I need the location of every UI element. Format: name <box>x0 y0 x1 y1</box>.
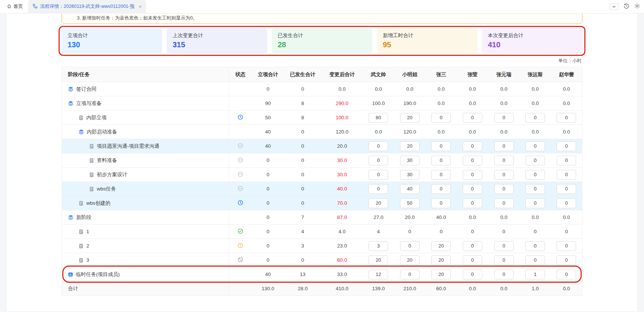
close-icon[interactable]: × <box>139 4 142 9</box>
hours-input[interactable] <box>431 255 451 265</box>
task-name: 资料准备 <box>97 157 117 164</box>
hours-input[interactable] <box>463 255 482 265</box>
approved-total-cell: 0 <box>252 82 284 96</box>
hours-input[interactable] <box>557 198 576 208</box>
table-row: 临时任务(项目成员)401333.0 <box>62 267 582 282</box>
tab-process-detail[interactable]: 流程详情：20260119-武文帅-wws0112001-预 × <box>28 0 146 14</box>
hours-input[interactable] <box>525 113 545 123</box>
member-hours-cell <box>426 111 457 125</box>
hours-input[interactable] <box>400 241 420 251</box>
hours-input[interactable] <box>369 198 388 208</box>
member-hours-cell <box>551 139 582 153</box>
hours-input[interactable] <box>369 156 388 165</box>
hours-input[interactable] <box>494 184 514 194</box>
hours-input[interactable] <box>400 156 420 165</box>
occurred-total-cell: 8 <box>284 96 322 111</box>
hours-input[interactable] <box>525 255 545 265</box>
column-header-5: 变更后合计 <box>322 67 363 82</box>
member-hours-cell <box>551 153 582 168</box>
member-hours-cell <box>457 182 488 196</box>
hours-input[interactable] <box>431 113 451 123</box>
hours-input[interactable] <box>463 241 482 251</box>
hours-input[interactable] <box>463 270 482 279</box>
tab-home[interactable]: 首页 <box>7 3 23 10</box>
collapse-tabs-button[interactable] <box>609 3 618 10</box>
approved-total-cell: 40 <box>252 267 284 282</box>
hours-input[interactable] <box>369 255 388 265</box>
hours-input[interactable] <box>400 184 420 194</box>
in-progress-clock-icon <box>238 200 243 206</box>
hours-input[interactable] <box>400 255 420 265</box>
hours-input[interactable] <box>400 270 420 279</box>
hours-input[interactable] <box>431 184 451 194</box>
hours-input[interactable] <box>463 184 482 194</box>
hours-input[interactable] <box>369 113 388 123</box>
hours-input[interactable] <box>494 198 514 208</box>
hours-input[interactable] <box>431 198 451 208</box>
hours-input[interactable] <box>431 170 451 180</box>
hours-input[interactable] <box>525 170 545 180</box>
hours-input[interactable] <box>369 170 388 180</box>
hours-input[interactable] <box>525 156 545 165</box>
hours-input[interactable] <box>463 141 482 151</box>
hours-input[interactable] <box>557 241 576 251</box>
table-row: 1044.04000000 <box>62 225 582 239</box>
settings-button[interactable] <box>634 3 640 10</box>
hours-input[interactable] <box>557 170 576 180</box>
hours-input[interactable] <box>369 184 388 194</box>
hours-input[interactable] <box>525 198 545 208</box>
hours-input[interactable] <box>369 141 388 151</box>
hours-input[interactable] <box>400 113 420 123</box>
hours-input[interactable] <box>557 113 576 123</box>
hours-input[interactable] <box>369 270 388 279</box>
hours-input[interactable] <box>463 113 482 123</box>
hours-input[interactable] <box>494 141 514 151</box>
hours-input[interactable] <box>525 141 545 151</box>
hours-input[interactable] <box>494 113 514 123</box>
hours-input[interactable] <box>400 170 420 180</box>
hours-input[interactable] <box>494 170 514 180</box>
hours-input[interactable] <box>400 141 420 151</box>
column-header-9: 张莹 <box>457 67 488 82</box>
hours-input[interactable] <box>431 156 451 165</box>
member-hours-cell: 27.0 <box>363 210 394 225</box>
column-header-1: 阶段/任务 <box>62 67 229 82</box>
hours-input[interactable] <box>431 241 451 251</box>
hours-input[interactable] <box>525 184 545 194</box>
hours-input[interactable] <box>431 141 451 151</box>
member-hours-cell: 0.0 <box>457 125 488 139</box>
history-button[interactable] <box>623 3 629 10</box>
hours-input[interactable] <box>463 170 482 180</box>
hours-input[interactable] <box>525 241 545 251</box>
hours-input[interactable] <box>557 184 576 194</box>
hours-input[interactable] <box>557 270 576 279</box>
completed-check-icon <box>238 228 243 234</box>
hours-input[interactable] <box>557 255 576 265</box>
member-hours-cell <box>363 139 394 153</box>
member-hours-cell <box>488 111 520 125</box>
hours-input[interactable] <box>463 156 482 165</box>
changed-total-cell: 20.0 <box>322 139 363 153</box>
hours-input[interactable] <box>369 241 388 251</box>
hours-input[interactable] <box>557 141 576 151</box>
status-cell <box>229 168 252 182</box>
member-hours-cell: 0.0 <box>457 82 488 96</box>
hours-input[interactable] <box>494 270 514 279</box>
hours-input[interactable] <box>494 156 514 165</box>
hours-input[interactable] <box>494 241 514 251</box>
hours-input[interactable] <box>525 270 545 279</box>
occurred-total-cell: 0 <box>284 196 322 210</box>
changed-total-cell: 4.0 <box>322 225 363 239</box>
stage-icon <box>68 86 74 92</box>
approved-total-cell: 40 <box>252 139 284 153</box>
member-hours-cell: 0.0 <box>488 210 520 225</box>
hours-input[interactable] <box>431 270 451 279</box>
hours-input[interactable] <box>463 198 482 208</box>
cancelled-icon <box>238 257 243 262</box>
hours-input[interactable] <box>494 255 514 265</box>
changed-total-cell: 30.0 <box>322 168 363 182</box>
changed-total-cell: 120.0 <box>322 125 363 139</box>
hours-input[interactable] <box>557 156 576 165</box>
hours-input[interactable] <box>400 198 420 208</box>
member-hours-cell <box>394 267 426 282</box>
